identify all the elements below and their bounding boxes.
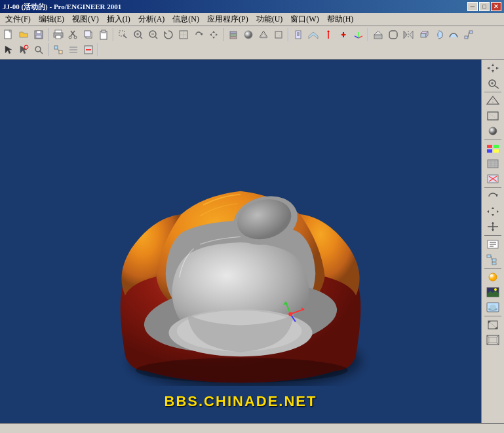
maximize-button[interactable]: □: [479, 2, 490, 11]
rt-feature-list[interactable]: [484, 237, 502, 252]
rt-pan-model[interactable]: [484, 204, 502, 219]
rt-render[interactable]: [484, 270, 502, 284]
tb-copy[interactable]: [81, 28, 96, 42]
svg-rect-63: [465, 36, 468, 39]
menu-applications[interactable]: 应用程序(P): [203, 12, 252, 26]
svg-marker-28: [201, 33, 203, 35]
menu-help[interactable]: 帮助(H): [323, 12, 358, 26]
rt-spin-model[interactable]: [484, 189, 502, 204]
tb-shade[interactable]: [241, 28, 256, 42]
svg-rect-7: [56, 35, 61, 39]
tb-model-info[interactable]: [291, 28, 305, 42]
tb-new[interactable]: [1, 28, 16, 42]
tb-chamfer[interactable]: [371, 28, 385, 42]
svg-line-69: [40, 51, 43, 54]
toolbar-separator-5: [368, 28, 369, 41]
svg-line-136: [491, 256, 492, 260]
tb-wireframe[interactable]: [256, 28, 271, 42]
rt-separator-1: [484, 92, 501, 92]
tb-select[interactable]: [1, 43, 16, 57]
svg-marker-120: [495, 194, 498, 197]
tb-open[interactable]: [16, 28, 31, 42]
tb-save[interactable]: [31, 28, 46, 42]
tb-spin[interactable]: [191, 28, 206, 42]
tb-zoom-out[interactable]: [146, 28, 161, 42]
rt-orient-arrows[interactable]: [484, 61, 502, 75]
tb-reorder[interactable]: [66, 43, 81, 57]
right-toolbar: [481, 60, 504, 423]
tb-hidden-line[interactable]: [271, 28, 286, 42]
tb-suppress[interactable]: [81, 43, 96, 57]
tb-feature-ops[interactable]: [51, 43, 66, 57]
tb-axis[interactable]: [321, 28, 336, 42]
svg-marker-29: [212, 31, 215, 33]
svg-marker-66: [20, 46, 27, 54]
rt-color[interactable]: [484, 141, 502, 156]
svg-rect-74: [69, 49, 77, 50]
rt-shade[interactable]: [484, 124, 502, 138]
tb-extrude[interactable]: [416, 28, 431, 42]
menu-file[interactable]: 文件(F): [1, 12, 35, 26]
rt-refit[interactable]: [484, 333, 502, 347]
tb-orient[interactable]: [176, 28, 191, 42]
menu-info[interactable]: 信息(N): [168, 12, 203, 26]
rt-model-tree[interactable]: [484, 252, 502, 267]
svg-rect-71: [59, 50, 62, 54]
tb-layer[interactable]: [226, 28, 241, 42]
rt-scene[interactable]: [484, 300, 502, 314]
tb-revolve[interactable]: [431, 28, 446, 42]
svg-rect-75: [69, 52, 77, 53]
svg-line-23: [155, 37, 157, 39]
svg-point-89: [288, 312, 292, 316]
rt-zoom[interactable]: [484, 76, 502, 90]
tb-zoom-window[interactable]: [116, 28, 130, 42]
svg-rect-56: [389, 31, 397, 39]
tb-datum-plane[interactable]: [306, 28, 320, 42]
svg-line-19: [140, 37, 142, 39]
rt-wireframe[interactable]: [484, 94, 502, 108]
svg-rect-60: [421, 33, 426, 37]
rt-hidden-line[interactable]: [484, 109, 502, 123]
tb-csys[interactable]: [351, 28, 366, 42]
toolbar-separator-4: [288, 28, 289, 41]
canvas-area[interactable]: BBS.CHINADE.NET: [0, 60, 481, 423]
tb-point[interactable]: [336, 28, 351, 42]
rt-texture[interactable]: [484, 157, 502, 171]
rt-zoom-fit[interactable]: [484, 318, 502, 332]
tb-fillet[interactable]: [386, 28, 400, 42]
svg-marker-148: [488, 321, 491, 324]
tb-blend[interactable]: [461, 28, 476, 42]
rt-model-x[interactable]: [484, 172, 502, 186]
toolbar-separator-6: [48, 43, 49, 56]
tb-cut[interactable]: [66, 28, 81, 42]
tb-sweep[interactable]: [446, 28, 461, 42]
tb-print[interactable]: [51, 28, 66, 42]
svg-point-106: [489, 127, 497, 135]
close-button[interactable]: ✕: [491, 2, 501, 11]
toolbar-separator-3: [223, 28, 224, 41]
svg-line-40: [275, 31, 282, 38]
tb-pan[interactable]: [206, 28, 221, 42]
tb-query-select[interactable]: [16, 43, 31, 57]
rt-zoom-model[interactable]: [484, 219, 502, 234]
rt-environment[interactable]: [484, 285, 502, 299]
tb-search-tool[interactable]: [31, 43, 46, 57]
svg-marker-121: [492, 207, 494, 209]
menu-analysis[interactable]: 分析(A): [134, 12, 169, 26]
tb-mirror[interactable]: [401, 28, 416, 42]
svg-rect-41: [296, 31, 301, 39]
menu-features[interactable]: 功能(U): [252, 12, 287, 26]
menu-window[interactable]: 窗口(W): [286, 12, 322, 26]
minimize-button[interactable]: ─: [467, 2, 478, 11]
menu-view[interactable]: 视图(V): [68, 12, 103, 26]
svg-rect-4: [36, 35, 41, 38]
svg-rect-109: [487, 149, 492, 153]
tb-zoom-in[interactable]: [131, 28, 145, 42]
watermark: BBS.CHINADE.NET: [165, 393, 317, 410]
svg-marker-47: [327, 30, 330, 32]
tb-repaint[interactable]: [161, 28, 176, 42]
menu-insert[interactable]: 插入(I): [103, 12, 134, 26]
menu-edit[interactable]: 编辑(E): [35, 12, 68, 26]
tb-paste[interactable]: [96, 28, 111, 42]
toolbar-row-2: [1, 43, 503, 57]
